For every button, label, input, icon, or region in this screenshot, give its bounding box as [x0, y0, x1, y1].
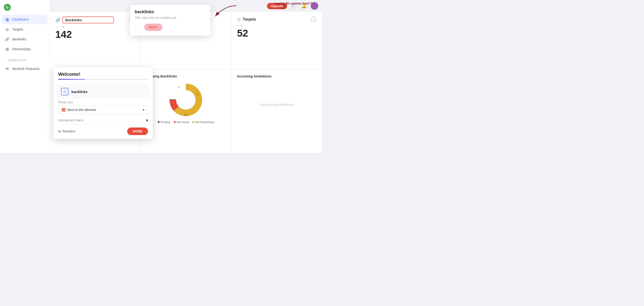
widget-type-label: Widget type: [58, 101, 148, 104]
missing-label-8: 8: [197, 93, 198, 96]
incoming-invitations-title: Incoming Invitations: [237, 74, 316, 78]
widget-name: backlinks: [72, 90, 88, 94]
targets-title-row: ◎ Targets: [237, 17, 256, 22]
backlinks-card: 🔗 + → → 0 142: [50, 12, 140, 69]
backlinks-change-value: → 0: [59, 25, 64, 28]
design-settings-section[interactable]: DESIGN SETTINGS ▾: [54, 116, 153, 125]
sidebar-item-partnerships[interactable]: ⊞ Partnerships: [2, 44, 48, 54]
arrow-icon: →: [55, 25, 58, 28]
backlinks-stat-change: → → 0: [55, 25, 134, 28]
backlinks-card-header: 🔗 +: [55, 16, 134, 23]
not-found-dot: [174, 121, 176, 123]
progress-bar-track: [58, 79, 148, 80]
missing-backlinks-card: Missing Backlinks 0 8 59 Pending: [140, 69, 231, 153]
missing-label-59: 59: [184, 114, 187, 116]
design-settings-chevron-icon: ▾: [146, 118, 148, 123]
legend-not-found: Not Found: [174, 121, 189, 124]
backlinks-card-icon: 🔗: [55, 17, 60, 23]
tooltip-prev-button[interactable]: ←: [135, 23, 142, 31]
sidebar-item-dashboard[interactable]: ▦ Dashboard: [2, 15, 48, 24]
not-responding-dot: [192, 121, 194, 123]
sidebar-item-backlinks[interactable]: 🔗 Backlinks: [2, 34, 48, 44]
incoming-invitations-card: Incoming Invitations No incoming invitat…: [232, 69, 322, 153]
widget-type-select[interactable]: Next to the element ▾: [58, 105, 148, 114]
widget-item: ⊡ backlinks: [56, 85, 150, 99]
sidebar-item-label-backlinks: Backlinks: [12, 37, 26, 41]
design-settings-label: DESIGN SETTINGS: [58, 119, 84, 122]
not-responding-label: Not Responding: [195, 121, 214, 124]
widget-type-inner: Next to the element: [62, 108, 96, 112]
arrow-icon-targets: →: [237, 24, 240, 27]
widget-icon: ⊡: [61, 88, 68, 95]
tooltip-content: This step has no content yet: [135, 16, 206, 20]
sidebar-item-targets[interactable]: ◎ Targets: [2, 24, 48, 34]
dashboard-icon: ▦: [5, 17, 10, 22]
pending-label: Pending: [160, 121, 170, 124]
legend-not-responding: Not Responding: [192, 121, 214, 124]
targets-card: ◎ Targets + → 0 52: [232, 12, 322, 69]
sidebar-item-label-partnerships: Partnerships: [12, 47, 31, 51]
main-content: Upgrade ☾ 🔔 🔗 + → → 0 142: [50, 0, 322, 153]
done-button[interactable]: DONE: [127, 128, 148, 135]
partnerships-icon: ⊞: [5, 47, 10, 51]
chevron-down-icon: ▾: [143, 108, 144, 112]
backlinks-title-row: 🔗: [55, 16, 114, 23]
annotation-text: can't edit content here??: [275, 1, 312, 5]
reselect-icon: ⊕: [58, 129, 61, 133]
sidebar-logo: G: [0, 2, 50, 15]
targets-stat-value: 52: [237, 28, 316, 38]
progress-bar-fill: [58, 79, 85, 80]
pending-dot: [158, 121, 160, 123]
widget-type-section: Widget type Next to the element ▾: [54, 101, 153, 116]
welcome-modal: Welcome! ⊡ backlinks Widget type Next to…: [54, 67, 153, 139]
backlinks-title-input[interactable]: [62, 16, 114, 23]
sidebar-navigation: ▦ Dashboard ◎ Targets 🔗 Backlinks ⊞ Part…: [0, 15, 50, 73]
not-found-label: Not Found: [176, 121, 189, 124]
svg-point-2: [173, 87, 199, 113]
widget-type-icon: [62, 108, 66, 112]
annotation-arrow: [210, 3, 239, 22]
reselect-label: Reselect: [62, 129, 75, 133]
targets-icon: ◎: [5, 27, 10, 32]
sidebar-item-label-targets: Targets: [12, 27, 23, 31]
widget-type-value: Next to the element: [68, 108, 96, 112]
sidebar-item-label-dashboard: Dashboard: [12, 17, 28, 21]
legend-pending: Pending: [158, 121, 170, 124]
welcome-title: Welcome!: [58, 72, 148, 77]
sidebar-item-backlink-requests[interactable]: ✉ Backlink Requests: [2, 64, 48, 73]
tooltip-next-button[interactable]: NEXT: [144, 24, 162, 31]
welcome-header: Welcome!: [54, 67, 153, 83]
targets-change-value: 0: [241, 24, 242, 27]
missing-backlinks-legend: Pending Not Found Not Responding: [158, 121, 214, 124]
missing-label-0: 0: [178, 86, 180, 89]
tooltip-popup: backlinks This step has no content yet ←…: [130, 5, 210, 36]
missing-backlinks-donut-container: 0 8 59 Pending Not Found Not Res: [146, 81, 225, 124]
logo-icon: G: [4, 4, 11, 11]
welcome-footer: ⊕ Reselect DONE: [54, 125, 153, 139]
backlink-requests-icon: ✉: [5, 66, 10, 71]
tooltip-footer: ← NEXT: [135, 23, 206, 31]
targets-stat-change: → 0: [237, 24, 316, 27]
missing-backlinks-donut-chart: 0 8 59: [167, 81, 205, 119]
targets-add-button[interactable]: +: [311, 16, 316, 22]
targets-card-header: ◎ Targets +: [237, 16, 316, 22]
missing-backlinks-title: Missing Backlinks: [146, 74, 225, 78]
backlinks-stat-value: 142: [55, 29, 134, 39]
tooltip-title: backlinks: [135, 9, 206, 14]
backlinks-icon: 🔗: [5, 37, 10, 41]
widget-icon-symbol: ⊡: [63, 90, 66, 94]
coming-soon-label: coming soon: [5, 58, 45, 63]
reselect-button[interactable]: ⊕ Reselect: [58, 129, 75, 133]
sidebar-item-label-backlink-requests: Backlink Requests: [12, 67, 40, 71]
sidebar: G ▦ Dashboard ◎ Targets 🔗 Backlinks ⊞ Pa…: [0, 0, 50, 153]
targets-card-title: Targets: [243, 17, 256, 21]
no-invitations-text: No incoming invitations: [260, 103, 294, 107]
